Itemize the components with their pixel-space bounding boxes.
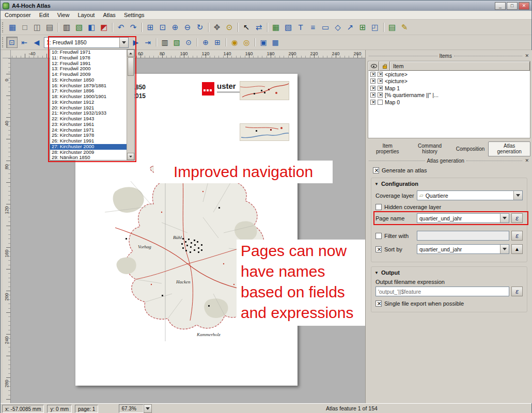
visibility-column-button[interactable] bbox=[368, 61, 379, 71]
item-lock-checkbox[interactable] bbox=[378, 86, 383, 91]
menu-item[interactable]: Layout bbox=[73, 11, 99, 19]
zoom-combo[interactable]: 67.3% bbox=[119, 404, 152, 413]
toolbar-grip[interactable] bbox=[2, 22, 4, 33]
zoom-full-atlas-button[interactable]: ⊞ bbox=[212, 37, 223, 48]
item-visibility-checkbox[interactable] bbox=[370, 78, 375, 84]
add-scalebar-button[interactable]: ▭ bbox=[319, 21, 332, 34]
sort-by-combo[interactable]: quartier_und_jahr bbox=[417, 244, 509, 254]
atlas-page-option[interactable]: 23: Kirchuster 1961 bbox=[50, 122, 127, 128]
item-lock-checkbox[interactable] bbox=[378, 92, 383, 98]
scroll-down-icon[interactable] bbox=[127, 153, 134, 160]
export-as-svg-button[interactable]: ◧ bbox=[85, 21, 98, 34]
atlas-page-option[interactable]: 29: Nänikon 1850 bbox=[50, 155, 127, 160]
collapse-icon[interactable]: ▼ bbox=[374, 271, 379, 275]
dropdown-scrollbar[interactable] bbox=[127, 50, 134, 160]
maximize-button[interactable]: □ bbox=[507, 2, 518, 10]
zoom-actual-size-button[interactable]: ⊡ bbox=[157, 21, 169, 34]
item-visibility-checkbox[interactable] bbox=[370, 92, 375, 98]
map-thumbnail-top[interactable] bbox=[240, 81, 289, 100]
tab-command-history[interactable]: Command history bbox=[407, 141, 452, 156]
atlas-page-option[interactable]: 15: Kirchuster 1850 bbox=[50, 77, 127, 83]
atlas-feature-combo[interactable]: 1: Freudwil 1850 bbox=[44, 37, 129, 48]
atlas-page-option[interactable]: 11: Freudwil 1978 bbox=[50, 55, 127, 61]
coverage-layer-combo[interactable]: ▱ Quartiere bbox=[417, 190, 523, 200]
scroll-up-icon[interactable] bbox=[127, 50, 134, 57]
menu-item[interactable]: View bbox=[53, 11, 74, 19]
tab-atlas-generation[interactable]: Atlas generation bbox=[488, 141, 530, 156]
output-header[interactable]: ▼ Output bbox=[374, 269, 524, 276]
filter-expression-button[interactable]: ε bbox=[511, 231, 523, 241]
toolbar-grip[interactable] bbox=[2, 37, 4, 47]
filter-with-checkbox[interactable] bbox=[375, 233, 382, 239]
add-attribute-table-button[interactable]: ⊞ bbox=[356, 21, 369, 34]
items-panel-close-icon[interactable]: ✕ bbox=[524, 54, 529, 58]
output-expression-button[interactable]: ε bbox=[511, 287, 523, 296]
new-composition-button[interactable]: □ bbox=[19, 21, 31, 34]
print-atlas-button[interactable]: ▥ bbox=[159, 37, 170, 48]
lock-items-button[interactable]: ◉ bbox=[229, 37, 240, 48]
scrollbar-thumb[interactable] bbox=[128, 57, 134, 76]
export-as-pdf-button[interactable]: ◩ bbox=[98, 21, 110, 34]
combo-dropdown-arrow-icon[interactable] bbox=[513, 191, 522, 200]
atlas-page-option[interactable]: 27: Kirchuster 2000 bbox=[50, 144, 127, 150]
atlas-panel-close-icon[interactable]: ✕ bbox=[524, 158, 529, 163]
edit-expressions-button[interactable]: ✎ bbox=[398, 21, 411, 34]
combo-dropdown-arrow-icon[interactable] bbox=[500, 245, 509, 253]
atlas-first-feature-button[interactable]: ⇤ bbox=[19, 37, 30, 48]
duplicate-composition-button[interactable]: ◫ bbox=[31, 21, 43, 34]
composition-manager-button[interactable]: ▤ bbox=[43, 21, 56, 34]
menu-item[interactable]: Edit bbox=[35, 11, 53, 19]
item-visibility-checkbox[interactable] bbox=[370, 86, 375, 91]
minimize-button[interactable]: _ bbox=[495, 2, 506, 10]
items-list-row[interactable]: <picture> bbox=[368, 78, 530, 85]
zoom-tool-button[interactable]: ⊙ bbox=[223, 21, 236, 34]
menu-item[interactable]: Composer bbox=[1, 11, 35, 19]
export-atlas-as-image-button[interactable]: ▧ bbox=[171, 37, 182, 48]
unlock-items-button[interactable]: ◎ bbox=[241, 37, 252, 48]
tab-composition[interactable]: Composition bbox=[452, 141, 489, 156]
item-lock-checkbox[interactable] bbox=[378, 100, 383, 105]
add-legend-button[interactable]: ≡ bbox=[307, 21, 319, 34]
add-arrow-button[interactable]: ↗ bbox=[344, 21, 356, 34]
atlas-feature-dropdown-list[interactable]: 10: Freudwil 197111: Freudwil 197812: Fr… bbox=[50, 49, 135, 161]
zoom-dropdown-arrow-icon[interactable] bbox=[144, 404, 152, 413]
filter-expression-input[interactable] bbox=[417, 231, 509, 241]
output-filename-input[interactable]: 'output_'||$feature bbox=[375, 287, 509, 296]
zoom-out-button[interactable]: ⊖ bbox=[181, 21, 194, 34]
save-project-button[interactable]: ▦ bbox=[6, 21, 19, 34]
items-list-row[interactable]: [% quartiername ||'' |... bbox=[368, 92, 530, 99]
item-visibility-checkbox[interactable] bbox=[370, 72, 375, 77]
lock-column-button[interactable] bbox=[379, 61, 390, 71]
sort-by-checkbox[interactable] bbox=[375, 246, 382, 252]
item-visibility-checkbox[interactable] bbox=[370, 100, 375, 105]
map-thumbnail-bottom[interactable] bbox=[240, 123, 289, 141]
zoom-in-atlas-button[interactable]: ⊕ bbox=[200, 37, 211, 48]
page-name-expression-button[interactable]: ε bbox=[511, 213, 523, 223]
menu-item[interactable]: Settings bbox=[120, 11, 149, 19]
undo-button[interactable]: ↶ bbox=[115, 21, 127, 34]
sort-direction-button[interactable]: ▲ bbox=[511, 244, 523, 254]
zoom-in-button[interactable]: ⊕ bbox=[169, 21, 181, 34]
items-list-row[interactable]: Map 0 bbox=[368, 99, 530, 106]
tab-item-properties[interactable]: Item properties bbox=[368, 141, 407, 156]
item-lock-checkbox[interactable] bbox=[378, 78, 383, 84]
redo-button[interactable]: ↷ bbox=[127, 21, 139, 34]
attributes-view-button[interactable]: ▤ bbox=[386, 21, 398, 34]
add-label-button[interactable]: T bbox=[294, 21, 307, 34]
atlas-next-feature-button[interactable]: ▶ bbox=[130, 37, 142, 48]
print-composition-button[interactable]: ▥ bbox=[60, 21, 73, 34]
raise-items-button[interactable]: ▦ bbox=[270, 37, 281, 48]
zoom-full-button[interactable]: ⊞ bbox=[144, 21, 157, 34]
close-button[interactable]: ✕ bbox=[519, 2, 529, 10]
page-name-combo[interactable]: quartier_und_jahr bbox=[417, 213, 509, 223]
menu-item[interactable]: Atlas bbox=[99, 11, 119, 19]
pan-composer-button[interactable]: ✥ bbox=[211, 21, 223, 34]
items-list-row[interactable]: <picture> bbox=[368, 71, 530, 78]
export-as-image-button[interactable]: ▧ bbox=[73, 21, 85, 34]
move-item-content-button[interactable]: ⇄ bbox=[253, 21, 265, 34]
collapse-icon[interactable]: ▼ bbox=[374, 182, 379, 186]
preview-atlas-zoom-button[interactable]: ⊙ bbox=[183, 37, 194, 48]
single-file-checkbox[interactable] bbox=[375, 300, 382, 307]
atlas-page-option[interactable]: 19: Kirchuster 1912 bbox=[50, 100, 127, 105]
combo-dropdown-arrow-icon[interactable] bbox=[500, 214, 509, 223]
